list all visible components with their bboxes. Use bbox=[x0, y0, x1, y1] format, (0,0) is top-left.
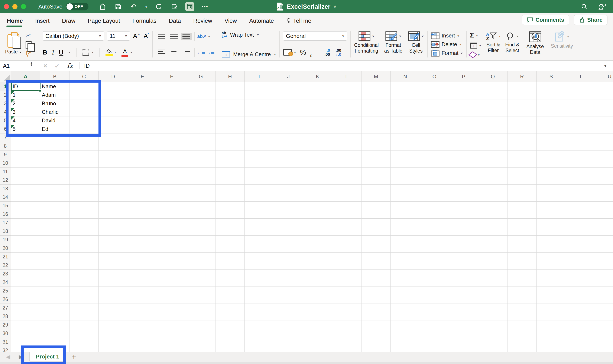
cell-O16[interactable] bbox=[420, 210, 449, 219]
row-header-14[interactable]: 14 bbox=[0, 193, 11, 202]
cell-D27[interactable] bbox=[99, 304, 128, 312]
cell-L26[interactable] bbox=[332, 295, 362, 304]
name-box[interactable]: A1 ▲ ▼ bbox=[0, 61, 35, 71]
cell-A1[interactable]: ID bbox=[11, 82, 40, 91]
cell-P22[interactable] bbox=[449, 261, 478, 270]
cell-D2[interactable] bbox=[99, 91, 128, 99]
format-as-table-button[interactable]: ∨ Format as Table bbox=[384, 31, 403, 57]
cell-P9[interactable] bbox=[449, 151, 478, 159]
row-header-1[interactable]: 1 bbox=[0, 82, 11, 91]
cell-Q14[interactable] bbox=[478, 193, 507, 202]
cell-C1[interactable] bbox=[70, 82, 99, 91]
cell-O18[interactable] bbox=[420, 227, 449, 236]
cell-A3[interactable]: 2 bbox=[11, 99, 40, 108]
cell-E29[interactable] bbox=[128, 321, 157, 329]
cell-S13[interactable] bbox=[537, 184, 566, 193]
cell-O26[interactable] bbox=[420, 295, 449, 304]
cell-T10[interactable] bbox=[566, 159, 595, 168]
cell-Q2[interactable] bbox=[478, 91, 507, 99]
cell-H29[interactable] bbox=[215, 321, 245, 329]
row-header-31[interactable]: 31 bbox=[0, 338, 11, 346]
cell-I22[interactable] bbox=[245, 261, 274, 270]
cell-K4[interactable] bbox=[303, 108, 332, 117]
cell-P18[interactable] bbox=[449, 227, 478, 236]
cell-L17[interactable] bbox=[332, 219, 362, 227]
cell-O7[interactable] bbox=[420, 133, 449, 142]
cell-S2[interactable] bbox=[537, 91, 566, 99]
column-header-P[interactable]: P bbox=[449, 71, 478, 82]
cell-N21[interactable] bbox=[391, 253, 420, 261]
cell-M2[interactable] bbox=[362, 91, 391, 99]
cell-M6[interactable] bbox=[362, 125, 391, 133]
cell-S10[interactable] bbox=[537, 159, 566, 168]
cell-O3[interactable] bbox=[420, 99, 449, 108]
cell-N3[interactable] bbox=[391, 99, 420, 108]
cell-C22[interactable] bbox=[70, 261, 99, 270]
align-bottom-button[interactable] bbox=[181, 33, 192, 40]
row-header-13[interactable]: 13 bbox=[0, 184, 11, 193]
wrap-text-button[interactable]: ab c↩ Wrap Text ∨ bbox=[222, 31, 276, 38]
cell-O29[interactable] bbox=[420, 321, 449, 329]
cell-B30[interactable] bbox=[40, 329, 70, 338]
cell-J9[interactable] bbox=[274, 151, 303, 159]
cell-A30[interactable] bbox=[11, 329, 40, 338]
cell-M5[interactable] bbox=[362, 117, 391, 125]
cell-R22[interactable] bbox=[507, 261, 537, 270]
cell-P24[interactable] bbox=[449, 278, 478, 287]
cell-N1[interactable] bbox=[391, 82, 420, 91]
row-header-9[interactable]: 9 bbox=[0, 151, 11, 159]
cell-D9[interactable] bbox=[99, 151, 128, 159]
cell-H19[interactable] bbox=[215, 236, 245, 244]
column-header-S[interactable]: S bbox=[537, 71, 566, 82]
cell-A22[interactable] bbox=[11, 261, 40, 270]
cell-P2[interactable] bbox=[449, 91, 478, 99]
row-header-18[interactable]: 18 bbox=[0, 227, 11, 236]
cell-I3[interactable] bbox=[245, 99, 274, 108]
cell-R11[interactable] bbox=[507, 168, 537, 176]
cell-M31[interactable] bbox=[362, 338, 391, 346]
cell-U14[interactable] bbox=[595, 193, 613, 202]
cell-S5[interactable] bbox=[537, 117, 566, 125]
cell-E4[interactable] bbox=[128, 108, 157, 117]
cell-G28[interactable] bbox=[186, 312, 215, 321]
cell-T18[interactable] bbox=[566, 227, 595, 236]
cell-I7[interactable] bbox=[245, 133, 274, 142]
redo-icon[interactable] bbox=[154, 2, 164, 11]
cell-N13[interactable] bbox=[391, 184, 420, 193]
fill-button[interactable]: ↓ ∨ bbox=[470, 43, 481, 49]
cell-I6[interactable] bbox=[245, 125, 274, 133]
cell-U29[interactable] bbox=[595, 321, 613, 329]
cell-S16[interactable] bbox=[537, 210, 566, 219]
cell-B19[interactable] bbox=[40, 236, 70, 244]
cell-S8[interactable] bbox=[537, 142, 566, 151]
cell-D6[interactable] bbox=[99, 125, 128, 133]
cell-L9[interactable] bbox=[332, 151, 362, 159]
font-color-button[interactable]: A ∨ bbox=[122, 48, 132, 57]
cell-R26[interactable] bbox=[507, 295, 537, 304]
cell-P6[interactable] bbox=[449, 125, 478, 133]
cell-K31[interactable] bbox=[303, 338, 332, 346]
cell-Q17[interactable] bbox=[478, 219, 507, 227]
cell-K17[interactable] bbox=[303, 219, 332, 227]
name-box-spinner[interactable]: ▲ ▼ bbox=[30, 62, 33, 66]
tab-tell-me[interactable]: Tell me bbox=[286, 15, 312, 27]
cell-O27[interactable] bbox=[420, 304, 449, 312]
cell-E23[interactable] bbox=[128, 270, 157, 278]
cell-G9[interactable] bbox=[186, 151, 215, 159]
underline-button[interactable]: U bbox=[59, 49, 63, 56]
cell-R31[interactable] bbox=[507, 338, 537, 346]
cell-N2[interactable] bbox=[391, 91, 420, 99]
cell-O13[interactable] bbox=[420, 184, 449, 193]
cell-N4[interactable] bbox=[391, 108, 420, 117]
cell-F18[interactable] bbox=[157, 227, 186, 236]
cell-B14[interactable] bbox=[40, 193, 70, 202]
cell-O20[interactable] bbox=[420, 244, 449, 253]
cell-E7[interactable] bbox=[128, 133, 157, 142]
insert-cells-button[interactable]: Insert ∨ bbox=[431, 32, 463, 39]
cell-B17[interactable] bbox=[40, 219, 70, 227]
cell-Q28[interactable] bbox=[478, 312, 507, 321]
row-header-24[interactable]: 24 bbox=[0, 278, 11, 287]
cell-R20[interactable] bbox=[507, 244, 537, 253]
cell-B20[interactable] bbox=[40, 244, 70, 253]
cell-E17[interactable] bbox=[128, 219, 157, 227]
